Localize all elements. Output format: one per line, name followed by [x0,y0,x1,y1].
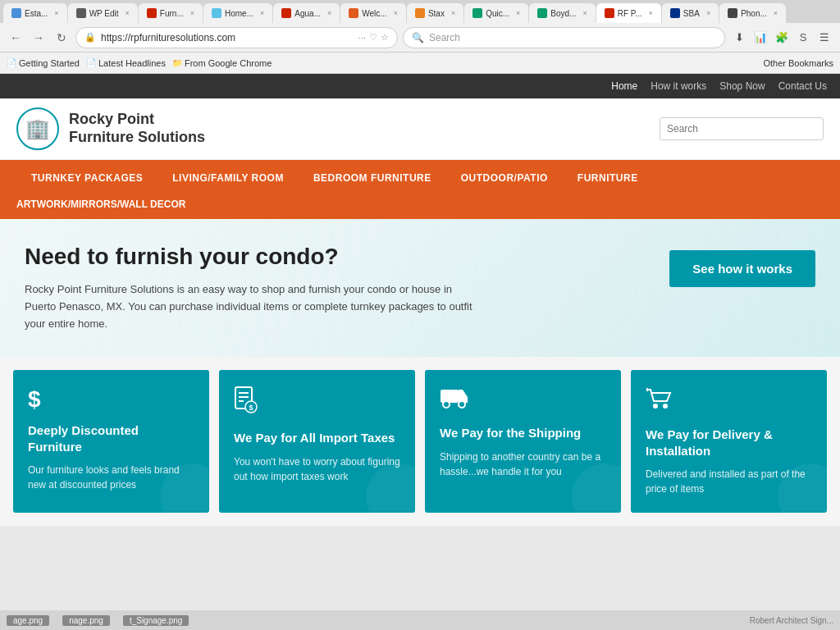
profile-icon[interactable]: S [794,29,812,47]
truck-icon [440,386,606,415]
address-bar-icons: ··· ♡ ☆ [358,32,389,43]
folder-icon: 📁 [172,58,182,67]
delivery-cart-icon [646,386,812,417]
topnav-home[interactable]: Home [611,80,637,92]
tab-5[interactable]: Agua...× [273,3,340,23]
logo-text: Rocky Point Furniture Solutions [69,111,205,146]
stats-icon[interactable]: 📊 [751,29,769,47]
site-topnav: Home How it works Shop Now Contact Us [0,74,840,98]
search-icon: 🔍 [412,32,424,43]
site-search-input[interactable] [660,117,824,140]
logo-area: 🏢 Rocky Point Furniture Solutions [16,107,205,150]
logo-circle: 🏢 [16,107,59,150]
tab-3[interactable]: Furn...× [139,3,203,23]
card-delivery-installation: We Pay for Delivery & Installation Deliv… [631,370,827,513]
tab-4[interactable]: Home...× [203,3,272,23]
tab-active[interactable]: RF P...× [596,3,661,23]
orange-nav: TURNKEY PACKAGES LIVING/FAMILY ROOM BEDR… [0,160,840,196]
svg-point-10 [653,404,658,409]
document-dollar-icon: $ [234,386,400,420]
status-download-2[interactable]: nage.png [62,615,110,626]
status-right: Robert Architect Sign... [750,616,833,625]
download-icon[interactable]: ⬇ [730,29,748,47]
hero-title: Need to furnish your condo? [25,244,517,270]
nav-outdoor-patio[interactable]: OUTDOOR/PATIO [446,162,563,194]
extensions-icon[interactable]: 🧩 [773,29,791,47]
feature-cards-section: $ Deeply Discounted Furniture Our furnit… [0,357,840,526]
topnav-contact-us[interactable]: Contact Us [778,80,827,92]
card-3-desc: Shipping to another country can be a has… [440,450,606,479]
bookmark-from-google-chrome[interactable]: 📁 From Google Chrome [172,58,272,68]
card-discounted-furniture: $ Deeply Discounted Furniture Our furnit… [13,370,209,513]
tab-1[interactable]: Esta...× [3,3,67,23]
back-button[interactable]: ← [7,29,25,47]
tab-11[interactable]: Phon...× [719,3,786,23]
folder-icon: 📄 [7,58,16,67]
bookmarks-bar: 📄 Getting Started 📄 Latest Headlines 📁 F… [0,52,840,74]
browser-tabs: Esta...× WP Edit× Furn...× Home...× Agua… [0,0,840,23]
bookmark-getting-started[interactable]: 📄 Getting Started [7,58,80,68]
card-1-title: Deeply Discounted Furniture [28,422,194,454]
website-content: Home How it works Shop Now Contact Us 🏢 … [0,74,840,526]
card-4-desc: Delivered and installed as part of the p… [646,467,812,496]
nav-living-family-room[interactable]: LIVING/FAMILY ROOM [158,162,299,194]
svg-point-9 [459,401,465,408]
status-download-3[interactable]: t_Signage.png [123,615,189,626]
topnav-how-it-works[interactable]: How it works [651,80,706,92]
site-header: 🏢 Rocky Point Furniture Solutions [0,98,840,160]
lock-icon: 🔒 [84,32,96,43]
svg-rect-6 [441,390,459,403]
browser-bar: ← → ↻ 🔒 https://rpfurnituresolutions.com… [0,23,840,52]
status-download-1[interactable]: age.png [7,615,49,626]
card-2-desc: You won't have to worry about figuring o… [234,454,400,484]
nav-bedroom-furniture[interactable]: BEDROOM FURNITURE [299,162,446,194]
other-bookmarks[interactable]: Other Bookmarks [763,58,833,68]
reload-button[interactable]: ↻ [52,29,71,47]
tab-10[interactable]: SBA× [662,3,719,23]
svg-text:$: $ [249,404,253,412]
browser-action-buttons: ⬇ 📊 🧩 S ☰ [730,29,833,47]
card-4-title: We Pay for Delivery & Installation [646,427,812,459]
address-text: https://rpfurnituresolutions.com [101,32,354,43]
hero-cta-button[interactable]: See how it works [669,250,815,287]
menu-icon[interactable]: ☰ [815,29,833,47]
topnav-shop-now[interactable]: Shop Now [719,80,765,92]
folder-icon: 📄 [86,58,96,67]
browser-search-bar[interactable]: 🔍 Search [403,27,725,48]
address-bar[interactable]: 🔒 https://rpfurnituresolutions.com ··· ♡… [75,27,398,48]
hero-description: Rocky Point Furniture Solutions is an ea… [25,281,484,332]
nav-turnkey-packages[interactable]: TURNKEY PACKAGES [16,162,158,194]
logo-building-icon: 🏢 [25,117,50,140]
card-1-desc: Our furniture looks and feels brand new … [28,463,194,492]
dollar-sign-icon: $ [28,386,194,413]
svg-point-8 [443,401,450,408]
tab-8[interactable]: Quic...× [464,3,528,23]
nav-furniture[interactable]: FURNITURE [563,162,653,194]
hero-content: Need to furnish your condo? Rocky Point … [25,244,517,332]
forward-button[interactable]: → [30,29,48,47]
orange-subnav: ARTWORK/MIRRORS/WALL DECOR [0,196,840,219]
tab-2[interactable]: WP Edit× [68,3,138,23]
card-2-title: We Pay for All Import Taxes [234,430,400,446]
tab-7[interactable]: Stax× [407,3,463,23]
svg-point-11 [663,404,668,409]
status-bar: age.png nage.png t_Signage.png Robert Ar… [0,610,840,630]
card-shipping: We Pay for the Shipping Shipping to anot… [425,370,621,513]
card-import-taxes: $ We Pay for All Import Taxes You won't … [219,370,415,513]
bookmark-latest-headlines[interactable]: 📄 Latest Headlines [86,58,166,68]
tab-9[interactable]: Boyd...× [529,3,595,23]
tab-6[interactable]: Welc...× [340,3,406,23]
card-3-title: We Pay for the Shipping [440,425,606,441]
subnav-artwork[interactable]: ARTWORK/MIRRORS/WALL DECOR [16,195,185,213]
hero-section: Need to furnish your condo? Rocky Point … [0,219,840,357]
